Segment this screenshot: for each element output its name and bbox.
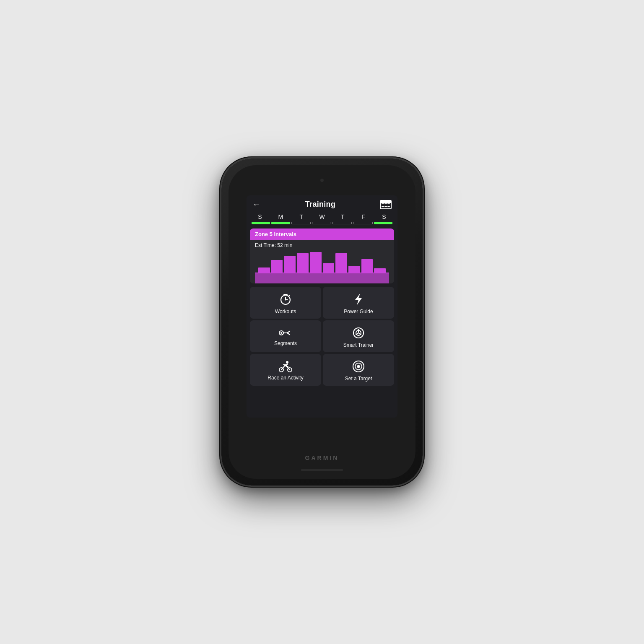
- menu-item-segments[interactable]: Segments: [250, 320, 321, 352]
- bar-7: [335, 253, 347, 273]
- day-s2[interactable]: S: [376, 213, 392, 220]
- bar-6: [323, 263, 335, 273]
- smart-trainer-label: Smart Trainer: [343, 342, 374, 348]
- days-row: S M T W T F S: [252, 213, 392, 220]
- menu-item-workouts[interactable]: Workouts: [250, 287, 321, 319]
- menu-grid: Workouts Power Guide: [247, 285, 397, 389]
- race-activity-label: Race an Activity: [267, 375, 303, 381]
- back-button[interactable]: ←: [252, 200, 261, 209]
- svg-marker-7: [355, 293, 362, 305]
- trainer-icon: [352, 326, 365, 340]
- calendar-icon[interactable]: [380, 200, 392, 209]
- chart-area: [255, 250, 389, 283]
- screen: ← Training S M: [247, 195, 397, 418]
- camera: [320, 179, 324, 182]
- indicator-f: [353, 222, 372, 224]
- zone-card[interactable]: Zone 5 Intervals Est Time: 52 min: [250, 229, 394, 283]
- week-bar: S M T W T F S: [247, 212, 397, 227]
- chart-bars: [255, 250, 389, 273]
- screen-title: Training: [305, 200, 335, 209]
- set-target-label: Set a Target: [345, 376, 372, 382]
- header: ← Training: [247, 195, 397, 212]
- bar-1: [258, 267, 270, 273]
- device-inner: ← Training S M: [229, 165, 415, 479]
- day-s1[interactable]: S: [252, 213, 268, 220]
- day-t2[interactable]: T: [334, 213, 351, 220]
- day-f[interactable]: F: [355, 213, 372, 220]
- bar-9: [361, 259, 373, 273]
- day-w[interactable]: W: [314, 213, 330, 220]
- segments-label: Segments: [274, 340, 297, 346]
- indicator-w: [312, 222, 331, 224]
- timer-icon: [279, 293, 292, 306]
- bolt-icon: [353, 293, 364, 306]
- bar-10: [374, 268, 386, 273]
- bar-5: [310, 252, 322, 273]
- zone-body: Est Time: 52 min: [250, 240, 394, 283]
- indicator-s2: [374, 222, 392, 224]
- menu-item-power-guide[interactable]: Power Guide: [323, 287, 394, 319]
- zone-title: Zone 5 Intervals: [250, 229, 394, 240]
- svg-point-9: [280, 332, 282, 334]
- bar-4: [297, 253, 309, 273]
- day-m[interactable]: M: [272, 213, 289, 220]
- garmin-brand: GARMIN: [305, 454, 339, 461]
- cycling-icon: [277, 361, 294, 372]
- segments-icon: [278, 328, 293, 338]
- target-icon: [352, 360, 365, 373]
- bar-3: [284, 256, 296, 273]
- day-indicators: [252, 222, 392, 224]
- svg-point-5: [285, 299, 286, 301]
- bottom-bump: [301, 469, 343, 471]
- svg-line-6: [289, 295, 290, 296]
- svg-point-27: [357, 365, 360, 368]
- menu-item-set-target[interactable]: Set a Target: [323, 354, 394, 386]
- indicator-t2: [332, 222, 352, 224]
- device: ← Training S M: [221, 158, 423, 486]
- bar-8: [348, 266, 360, 273]
- menu-item-race-activity[interactable]: Race an Activity: [250, 354, 321, 386]
- chart-fill: [255, 273, 389, 283]
- bar-2: [271, 260, 283, 273]
- indicator-m: [271, 222, 290, 224]
- menu-item-smart-trainer[interactable]: Smart Trainer: [323, 320, 394, 352]
- power-guide-label: Power Guide: [344, 309, 373, 314]
- day-t1[interactable]: T: [293, 213, 310, 220]
- indicator-t1: [291, 222, 311, 224]
- workouts-label: Workouts: [275, 309, 296, 314]
- est-time: Est Time: 52 min: [255, 242, 389, 248]
- svg-line-12: [287, 333, 290, 335]
- indicator-s1: [252, 222, 270, 224]
